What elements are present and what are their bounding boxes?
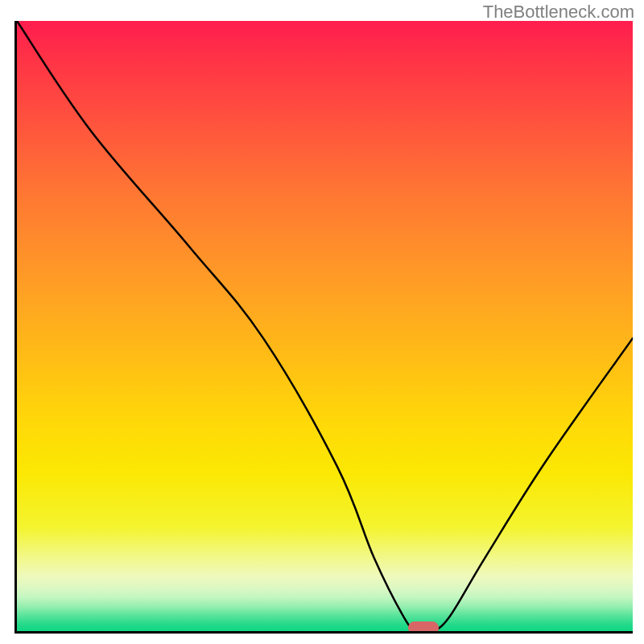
optimum-marker — [408, 621, 439, 634]
chart-container: TheBottleneck.com — [0, 0, 644, 644]
bottleneck-curve — [17, 21, 633, 631]
attribution-text: TheBottleneck.com — [483, 2, 634, 23]
plot-area — [14, 21, 633, 634]
